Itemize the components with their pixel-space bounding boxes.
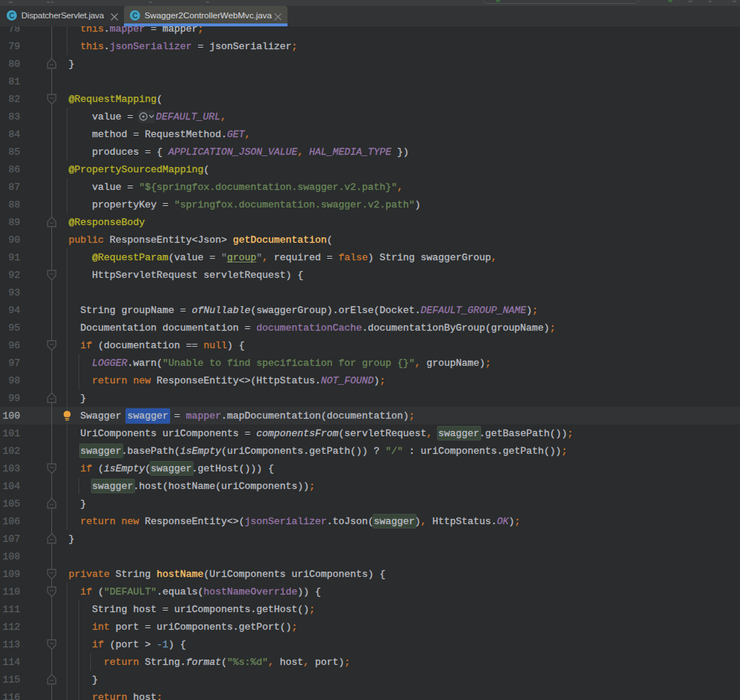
svg-text:C: C bbox=[132, 12, 137, 20]
svg-text:C: C bbox=[9, 12, 14, 20]
